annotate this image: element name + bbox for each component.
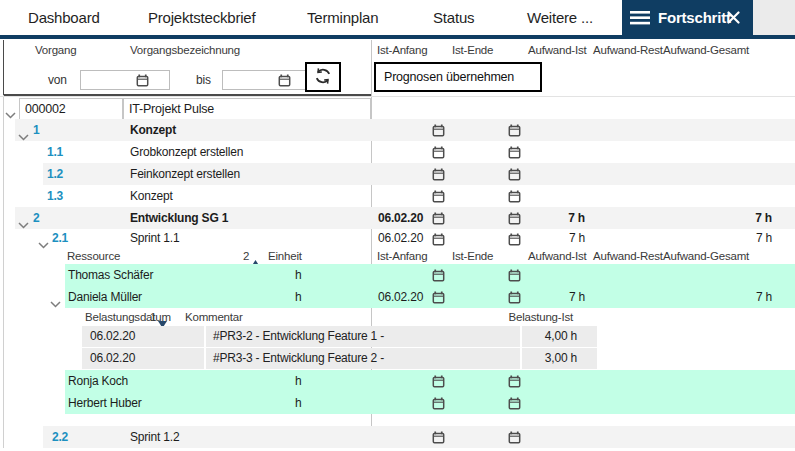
einheit-value: h [295, 264, 301, 286]
calendar-icon[interactable] [508, 374, 521, 392]
tab-dashboard[interactable]: Dashboard [28, 0, 100, 35]
bis-date-input[interactable] [222, 70, 312, 90]
tab-terminplan[interactable]: Terminplan [307, 0, 378, 35]
belastungsdatum-cell: 06.02.20 [82, 348, 204, 369]
calendar-icon[interactable] [432, 268, 445, 286]
calendar-icon[interactable] [432, 189, 445, 207]
col-header-aufwand-rest: Aufwand-Rest [593, 42, 663, 58]
col-header-aufwand-ist: Aufwand-Ist [528, 42, 587, 58]
col-header-aufwand-gesamt: Aufwand-Gesamt [663, 248, 749, 264]
col-header-einheit[interactable]: Einheit [268, 248, 302, 264]
aufwand-gesamt-value: 7 h [756, 229, 772, 248]
calendar-icon[interactable] [432, 396, 445, 414]
calendar-icon[interactable] [432, 290, 445, 308]
close-icon[interactable] [727, 10, 740, 28]
einheit-value: h [295, 286, 301, 308]
ist-anfang-value: 06.02.20 [378, 229, 423, 248]
task-number: 1.1 [47, 141, 63, 163]
belastung-header-row: Belastungsdatum 1 Kommentar Belastung-Is… [0, 308, 795, 326]
calendar-icon[interactable] [432, 374, 445, 392]
kommentar-cell: #PR3-3 - Entwicklung Feature 2 - [206, 348, 520, 369]
calendar-icon[interactable] [508, 430, 521, 448]
resource-name: Daniela Müller [68, 286, 142, 308]
calendar-icon[interactable] [432, 145, 445, 163]
belastungsdatum-value: 06.02.20 [90, 348, 135, 369]
calendar-icon[interactable] [508, 268, 521, 286]
col-header-kommentar[interactable]: Kommentar [185, 308, 243, 326]
prognosen-uebernehmen-button[interactable]: Prognosen übernehmen [374, 62, 542, 92]
task-number: 1.3 [47, 185, 63, 207]
task-name: Entwicklung SG 1 [130, 207, 228, 229]
task-name: Sprint 1.2 [130, 426, 179, 448]
von-date-input[interactable] [80, 70, 170, 90]
resource-row-daniela[interactable]: Daniela Müller h 06.02.20 7 h 7 h [0, 286, 795, 308]
belastungsdatum-value: 06.02.20 [90, 326, 135, 347]
aufwand-gesamt-value: 7 h [755, 207, 772, 229]
calendar-icon[interactable] [508, 211, 521, 229]
resource-row-thomas[interactable]: Thomas Schäfer h [0, 264, 795, 286]
task-name: Konzept [130, 119, 176, 141]
tab-fortschritt-active[interactable]: Fortschritt [622, 0, 753, 35]
col-header-aufwand-ist: Aufwand-Ist [528, 248, 587, 264]
tab-weitere[interactable]: Weitere ... [527, 0, 593, 35]
task-row-1[interactable]: 1 Konzept [0, 119, 795, 141]
task-name: Konzept [130, 185, 173, 207]
row-background [65, 286, 795, 308]
task-number: 1 [33, 119, 39, 141]
calendar-icon[interactable] [432, 430, 445, 448]
hamburger-menu-icon[interactable] [630, 11, 650, 29]
kommentar-cell: #PR3-2 - Entwicklung Feature 1 - [206, 326, 520, 347]
calendar-icon[interactable] [136, 73, 149, 91]
aufwand-gesamt-value: 7 h [756, 286, 772, 308]
von-label: von [48, 70, 67, 90]
resource-header-row: Ressource 2 Einheit Ist-Anfang Ist-Ende … [0, 248, 795, 264]
belastung-ist-value: 4,00 h [545, 326, 577, 347]
belastung-row[interactable]: 06.02.20 #PR3-2 - Entwicklung Feature 1 … [0, 326, 795, 347]
tab-status[interactable]: Status [433, 0, 474, 35]
task-row-1-3[interactable]: 1.3 Konzept [0, 185, 795, 207]
calendar-icon[interactable] [508, 167, 521, 185]
calendar-icon[interactable] [508, 189, 521, 207]
calendar-icon[interactable] [508, 396, 521, 414]
col-header-ist-anfang: Ist-Anfang [377, 248, 427, 264]
col-header-ressource[interactable]: Ressource [67, 248, 120, 264]
calendar-icon[interactable] [432, 211, 445, 229]
calendar-icon[interactable] [432, 123, 445, 141]
project-row[interactable]: 000002 IT-Projekt Pulse [0, 96, 795, 120]
kommentar-value: #PR3-2 - Entwicklung Feature 1 - [213, 326, 384, 347]
tab-bar: Dashboard Projektsteckbrief Terminplan S… [0, 0, 795, 35]
aufwand-ist-value: 7 h [569, 286, 585, 308]
col-header-aufwand-gesamt: Aufwand-Gesamt [663, 42, 749, 58]
resource-row-ronja[interactable]: Ronja Koch h [0, 370, 795, 392]
calendar-icon[interactable] [508, 145, 521, 163]
task-number: 1.2 [47, 163, 63, 185]
aufwand-ist-value: 7 h [568, 207, 585, 229]
tab-projektsteckbrief[interactable]: Projektsteckbrief [148, 0, 255, 35]
calendar-icon[interactable] [508, 290, 521, 308]
task-name: Feinkonzept erstellen [130, 163, 240, 185]
kommentar-value: #PR3-3 - Entwicklung Feature 2 - [213, 348, 384, 369]
calendar-icon[interactable] [278, 73, 291, 91]
refresh-icon [313, 66, 333, 89]
project-name-field[interactable]: IT-Projekt Pulse [123, 98, 371, 120]
task-row-2[interactable]: 2 Entwicklung SG 1 06.02.20 7 h 7 h [0, 207, 795, 229]
refresh-button[interactable] [305, 62, 341, 92]
task-row-2-2[interactable]: 2.2 Sprint 1.2 [0, 426, 795, 448]
resource-row-herbert[interactable]: Herbert Huber h [0, 392, 795, 414]
project-id-field[interactable]: 000002 [19, 98, 123, 120]
col-header-vorgang: Vorgang [35, 42, 76, 58]
col-header-ist-ende: Ist-Ende [452, 42, 493, 58]
task-row-1-1[interactable]: 1.1 Grobkonzept erstellen [0, 141, 795, 163]
task-row-1-2[interactable]: 1.2 Feinkonzept erstellen [0, 163, 795, 185]
belastung-row[interactable]: 06.02.20 #PR3-3 - Entwicklung Feature 2 … [0, 348, 795, 369]
bis-label: bis [196, 70, 211, 90]
ist-anfang-value: 06.02.20 [378, 286, 423, 308]
calendar-icon[interactable] [508, 123, 521, 141]
calendar-icon[interactable] [432, 167, 445, 185]
task-row-2-1[interactable]: 2.1 Sprint 1.1 06.02.20 7 h 7 h [0, 229, 795, 248]
resource-name: Thomas Schäfer [68, 264, 153, 286]
ist-anfang-value: 06.02.20 [378, 207, 423, 229]
resource-name: Ronja Koch [68, 370, 128, 392]
task-number: 2.2 [52, 426, 68, 448]
einheit-value: h [295, 392, 301, 414]
